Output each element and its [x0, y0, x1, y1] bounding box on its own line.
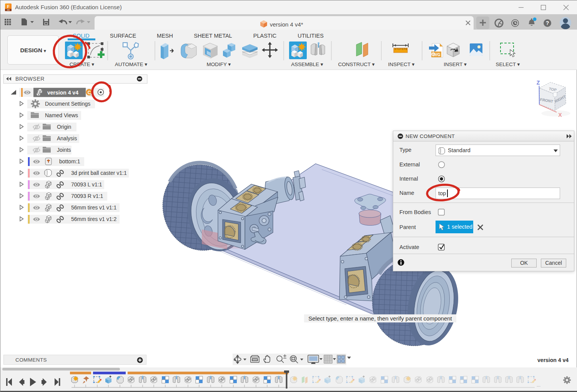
svg-text:bottom:1: bottom:1	[59, 158, 80, 164]
svg-text:BROWSER: BROWSER	[15, 76, 45, 82]
svg-text:56mm tires v1 v1:1: 56mm tires v1 v1:1	[71, 204, 116, 211]
svg-text:version 4 v4: version 4 v4	[47, 90, 78, 96]
svg-text:70093 L v1:1: 70093 L v1:1	[71, 181, 102, 188]
svg-text:3d print ball caster v1:1: 3d print ball caster v1:1	[71, 170, 127, 176]
svg-text:...: ...	[537, 382, 540, 388]
svg-text:Origin: Origin	[57, 124, 71, 130]
svg-text:56mm tires v1 v1:2: 56mm tires v1 v1:2	[71, 216, 116, 222]
svg-text:Z: Z	[537, 80, 540, 86]
svg-text:Named Views: Named Views	[45, 112, 78, 118]
svg-text:Analysis: Analysis	[57, 135, 77, 141]
svg-text:Joints: Joints	[57, 147, 71, 153]
svg-text:X: X	[558, 112, 562, 118]
svg-text:Document Settings: Document Settings	[45, 101, 90, 107]
svg-text:70093 R v1:1: 70093 R v1:1	[71, 193, 103, 199]
